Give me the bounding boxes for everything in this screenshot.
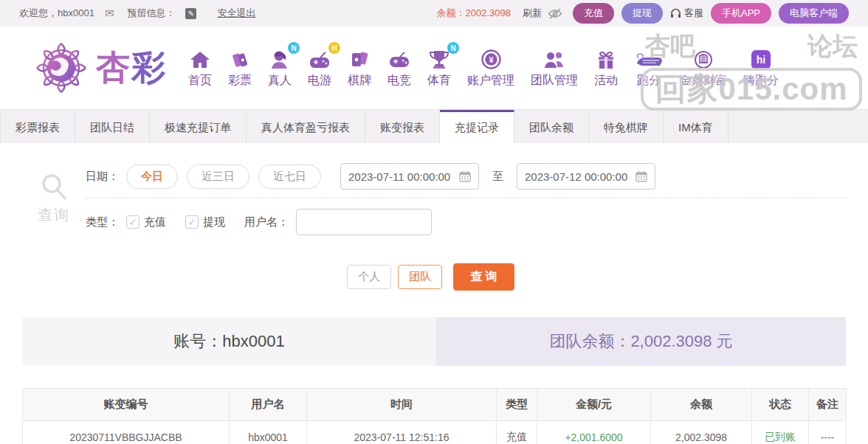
svg-text:¥: ¥ <box>489 55 494 64</box>
date-to-field[interactable] <box>517 163 655 190</box>
cell-remark: ---- <box>809 421 847 444</box>
balance-text: 余额：2002.3098 <box>437 7 511 20</box>
welcome-text: 欢迎您，hbx0001 <box>19 7 94 20</box>
badge-h: H <box>328 42 340 54</box>
nav-item-account-mgmt[interactable]: ¥ 账户管理 <box>467 47 514 89</box>
nav-item-egames[interactable]: H 电游 <box>308 47 331 89</box>
ticket-icon <box>230 47 249 69</box>
hi-app-icon: hi <box>751 47 771 69</box>
tab-lottery-report[interactable]: 彩票报表 <box>0 110 75 143</box>
logout-link[interactable]: 安全退出 <box>217 7 255 20</box>
nav-item-hi-paofen[interactable]: hi 嗨跑分 <box>743 47 779 89</box>
search-icon <box>38 171 69 202</box>
harp-icon <box>694 47 713 69</box>
date-to-input[interactable] <box>525 170 636 183</box>
mail-icon[interactable]: ✉ <box>105 7 114 20</box>
account-summary: 账号：hbx0001 <box>22 317 436 366</box>
site-logo[interactable]: 杏彩 <box>32 39 167 97</box>
pc-client-button[interactable]: 电脑客户端 <box>779 3 849 24</box>
col-username: 用户名 <box>230 389 307 421</box>
date-filter-row: 日期： 今日 近三日 近七日 至 <box>86 155 846 198</box>
type-filter-row: 类型： 充值 提现 用户名： <box>86 198 846 246</box>
nav-item-live[interactable]: N 真人 <box>268 47 292 89</box>
watermark-right: 论坛 <box>807 30 858 63</box>
col-remark: 备注 <box>809 389 847 421</box>
cell-change-id: 20230711VBBGJJACBB <box>23 421 230 444</box>
date-from-input[interactable] <box>348 170 459 183</box>
tab-account-changes[interactable]: 账变报表 <box>365 110 440 143</box>
calendar-icon <box>636 170 647 182</box>
tab-im-sports[interactable]: IM体育 <box>664 110 728 143</box>
search-glyph-block: 查询 <box>22 155 86 246</box>
nav-item-sports[interactable]: N 体育 <box>427 47 451 89</box>
withdraw-checkbox[interactable] <box>185 215 199 229</box>
nav-item-home[interactable]: 首页 <box>188 47 212 89</box>
tab-live-sports-pnl[interactable]: 真人体育盈亏报表 <box>247 110 365 143</box>
cell-type: 充值 <box>497 421 537 444</box>
tab-team-daily[interactable]: 团队日结 <box>75 110 150 143</box>
preset-7days-button[interactable]: 近七日 <box>258 164 321 189</box>
customer-service-link[interactable]: 客服 <box>670 7 703 20</box>
eye-off-icon[interactable] <box>548 8 562 19</box>
nav-item-cards[interactable]: 棋牌 <box>348 47 371 89</box>
deposit-checkbox[interactable] <box>126 215 140 229</box>
trophy-icon: N <box>429 47 450 69</box>
preset-3days-button[interactable]: 近三日 <box>187 164 249 189</box>
mobile-app-button[interactable]: 手机APP <box>711 3 771 24</box>
deposit-checkbox-label: 充值 <box>144 215 166 229</box>
edit-icon[interactable]: ✎ <box>185 8 196 19</box>
logo-text: 杏彩 <box>96 45 167 91</box>
badge-n: N <box>288 42 300 54</box>
action-buttons: 个人 团队 查 询 <box>0 263 868 291</box>
tab-fast-orders[interactable]: 极速充提订单 <box>150 110 247 143</box>
cell-amount: +2,001.6000 <box>537 421 651 444</box>
team-icon <box>543 47 565 69</box>
nav-item-esports[interactable]: 电竞 <box>388 47 411 89</box>
query-button[interactable]: 查 询 <box>453 263 514 291</box>
badge-n: N <box>447 42 459 54</box>
filter-panel: 查询 日期： 今日 近三日 近七日 至 类型： 充值 提现 用户名： <box>0 143 868 252</box>
home-icon <box>190 47 210 69</box>
nav-item-promotions[interactable]: 活动 <box>594 47 618 89</box>
rhino-icon <box>634 47 664 69</box>
nav-item-team-mgmt[interactable]: 团队管理 <box>531 47 578 89</box>
to-label: 至 <box>492 170 503 184</box>
refresh-link[interactable]: 刷新 <box>523 7 542 20</box>
username-label: 用户名： <box>244 215 289 229</box>
summary-bar: 账号：hbx0001 团队余额：2,002.3098 元 <box>22 317 846 366</box>
cell-time: 2023-07-11 12:51:16 <box>307 421 497 444</box>
topbar: 欢迎您，hbx0001 ✉ 预留信息： ✎ 安全退出 余额：2002.3098 … <box>0 0 868 27</box>
gamepad-icon: H <box>309 47 331 69</box>
col-type: 类型 <box>497 389 537 421</box>
col-status: 状态 <box>752 389 809 421</box>
gift-icon <box>596 47 616 69</box>
nav-item-lottery[interactable]: 彩票 <box>228 47 252 89</box>
service-label: 客服 <box>684 7 703 20</box>
preset-today-button[interactable]: 今日 <box>126 164 178 189</box>
reserved-info-label: 预留信息： <box>127 7 175 20</box>
yen-coin-icon: ¥ <box>481 47 501 69</box>
nav-item-paofen[interactable]: 跑分 <box>634 47 664 89</box>
withdraw-checkbox-label: 提现 <box>203 215 225 229</box>
tab-tetu-chess[interactable]: 特兔棋牌 <box>589 110 664 143</box>
deposit-button[interactable]: 充值 <box>573 3 614 24</box>
withdraw-button[interactable]: 提现 <box>621 3 663 24</box>
site-header: 杏彩 首页 彩票 N 真人 H 电游 棋牌 电竞 N 体育 <box>0 27 868 109</box>
nav-item-jinding-wealth[interactable]: 金鼎财富 <box>680 47 727 89</box>
cards-icon <box>350 47 369 69</box>
cell-username: hbx0001 <box>230 421 307 444</box>
username-input[interactable] <box>296 209 432 235</box>
calendar-icon <box>459 170 471 182</box>
personal-button[interactable]: 个人 <box>347 265 391 289</box>
logo-flower-icon <box>32 39 90 97</box>
date-from-field[interactable] <box>340 163 479 190</box>
tab-deposit-withdraw-records[interactable]: 充提记录 <box>440 110 514 143</box>
tab-team-balance[interactable]: 团队余额 <box>514 110 589 143</box>
team-button[interactable]: 团队 <box>398 265 442 289</box>
cell-status: 已到账 <box>752 421 809 444</box>
records-table: 账变编号 用户名 时间 类型 金额/元 余额 状态 备注 20230711VBB… <box>22 388 847 444</box>
cell-balance: 2,002.3098 <box>651 421 752 444</box>
col-balance: 余额 <box>651 389 752 421</box>
date-label: 日期： <box>86 170 119 184</box>
main-nav: 首页 彩票 N 真人 H 电游 棋牌 电竞 N 体育 ¥ 账户管理 <box>180 47 787 89</box>
